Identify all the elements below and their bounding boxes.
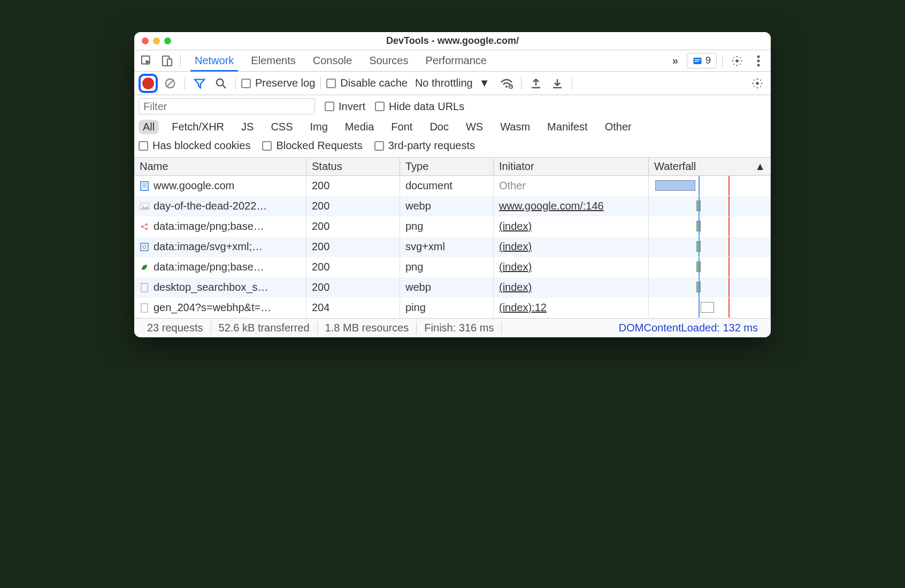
request-name: www.google.com xyxy=(154,180,234,192)
disable-cache-label: Disable cache xyxy=(340,77,408,89)
inspect-element-icon[interactable] xyxy=(137,52,156,70)
type-filter-other[interactable]: Other xyxy=(601,120,636,134)
request-initiator[interactable]: (index) xyxy=(499,281,532,293)
file-type-icon xyxy=(140,303,149,313)
col-type[interactable]: Type xyxy=(400,158,494,175)
panel-tabs: Network Elements Console Sources Perform… xyxy=(193,50,489,71)
svg-point-8 xyxy=(757,59,760,62)
svg-rect-0 xyxy=(142,56,150,64)
svg-rect-32 xyxy=(141,283,148,292)
request-name: data:image/png;base… xyxy=(154,220,264,233)
load-line xyxy=(728,216,730,236)
load-line xyxy=(728,257,730,277)
table-row[interactable]: gen_204?s=webhp&t=…204ping(index):12 xyxy=(134,298,771,318)
network-toolbar: Preserve log Disable cache No throttling… xyxy=(134,72,771,95)
table-row[interactable]: www.google.com200documentOther xyxy=(134,176,771,196)
download-har-icon[interactable] xyxy=(548,74,566,92)
preserve-log-checkbox[interactable]: Preserve log xyxy=(241,77,315,89)
kebab-menu-icon[interactable] xyxy=(749,52,768,70)
filter-toggle-icon[interactable] xyxy=(190,74,209,92)
third-party-checkbox[interactable]: 3rd-party requests xyxy=(374,140,475,152)
chevron-down-icon: ▼ xyxy=(479,77,490,89)
type-filter-font[interactable]: Font xyxy=(387,120,417,134)
svg-line-29 xyxy=(143,227,146,229)
svg-point-24 xyxy=(142,204,143,206)
file-type-icon xyxy=(140,283,149,292)
request-status: 200 xyxy=(306,257,400,277)
request-initiator[interactable]: www.google.com/:146 xyxy=(499,200,604,212)
type-filter-manifest[interactable]: Manifest xyxy=(543,120,592,134)
type-filter-ws[interactable]: WS xyxy=(462,120,487,134)
disable-cache-checkbox[interactable]: Disable cache xyxy=(326,77,408,89)
more-tabs-icon[interactable]: » xyxy=(667,55,684,67)
dcl-line xyxy=(699,196,700,216)
tab-console[interactable]: Console xyxy=(311,50,354,71)
type-filters: All Fetch/XHR JS CSS Img Media Font Doc … xyxy=(139,120,766,134)
hide-data-urls-checkbox[interactable]: Hide data URLs xyxy=(375,100,464,113)
filter-input[interactable] xyxy=(139,98,315,114)
request-initiator[interactable]: (index) xyxy=(499,220,532,233)
record-button[interactable] xyxy=(139,74,158,93)
type-filter-fetch[interactable]: Fetch/XHR xyxy=(167,120,228,134)
request-name: data:image/png;base… xyxy=(154,261,264,273)
table-row[interactable]: day-of-the-dead-2022…200webpwww.google.c… xyxy=(134,196,771,216)
request-type: webp xyxy=(400,277,494,297)
type-filter-doc[interactable]: Doc xyxy=(425,120,453,134)
load-line xyxy=(728,196,730,216)
has-blocked-cookies-checkbox[interactable]: Has blocked cookies xyxy=(139,140,250,152)
zoom-window-button[interactable] xyxy=(164,37,171,44)
blocked-requests-checkbox[interactable]: Blocked Requests xyxy=(262,140,362,152)
blocked-requests-label: Blocked Requests xyxy=(276,140,362,152)
upload-har-icon[interactable] xyxy=(527,74,545,92)
table-row[interactable]: data:image/png;base…200png(index) xyxy=(134,257,771,277)
svg-line-28 xyxy=(143,225,146,226)
clear-button[interactable] xyxy=(161,74,179,92)
type-filter-img[interactable]: Img xyxy=(306,120,332,134)
minimize-window-button[interactable] xyxy=(153,37,160,44)
svg-line-13 xyxy=(223,84,226,88)
table-row[interactable]: data:image/svg+xml;…200svg+xml(index) xyxy=(134,237,771,257)
throttling-value: No throttling xyxy=(415,77,473,89)
tab-performance[interactable]: Performance xyxy=(424,50,489,71)
type-filter-media[interactable]: Media xyxy=(341,120,378,134)
settings-icon[interactable] xyxy=(728,52,746,70)
network-settings-icon[interactable] xyxy=(748,74,766,92)
device-toggle-icon[interactable] xyxy=(158,52,176,70)
type-filter-wasm[interactable]: Wasm xyxy=(496,120,534,134)
dcl-line xyxy=(699,277,700,297)
network-conditions-icon[interactable] xyxy=(497,74,516,92)
preserve-log-label: Preserve log xyxy=(255,77,315,89)
invert-checkbox[interactable]: Invert xyxy=(325,100,365,113)
issues-badge[interactable]: 9 xyxy=(687,53,717,68)
type-filter-css[interactable]: CSS xyxy=(266,120,297,134)
close-window-button[interactable] xyxy=(142,37,149,44)
tab-elements[interactable]: Elements xyxy=(249,50,297,71)
svg-point-7 xyxy=(757,55,760,58)
divider xyxy=(521,77,521,90)
table-row[interactable]: data:image/png;base…200png(index) xyxy=(134,216,771,237)
col-initiator[interactable]: Initiator xyxy=(494,158,649,175)
type-filter-js[interactable]: JS xyxy=(237,120,258,134)
col-status[interactable]: Status xyxy=(306,158,400,175)
load-line xyxy=(728,176,730,196)
load-line xyxy=(728,298,730,318)
request-type: document xyxy=(400,176,494,196)
col-name[interactable]: Name xyxy=(134,158,306,175)
request-initiator[interactable]: (index):12 xyxy=(499,301,547,314)
request-type: png xyxy=(400,216,494,236)
type-filter-all[interactable]: All xyxy=(139,120,159,134)
throttling-select[interactable]: No throttling ▼ xyxy=(411,76,494,90)
third-party-label: 3rd-party requests xyxy=(388,140,475,152)
col-waterfall[interactable]: Waterfall ▲ xyxy=(649,158,771,175)
tab-network[interactable]: Network xyxy=(193,50,236,71)
dcl-line xyxy=(699,237,700,257)
search-icon[interactable] xyxy=(212,74,230,92)
divider xyxy=(180,55,181,67)
request-initiator[interactable]: (index) xyxy=(499,241,532,253)
tab-sources[interactable]: Sources xyxy=(367,50,410,71)
svg-rect-19 xyxy=(141,182,148,190)
file-type-icon xyxy=(140,202,149,211)
table-row[interactable]: desktop_searchbox_s…200webp(index) xyxy=(134,277,771,298)
load-line xyxy=(728,277,730,297)
request-initiator[interactable]: (index) xyxy=(499,261,532,273)
